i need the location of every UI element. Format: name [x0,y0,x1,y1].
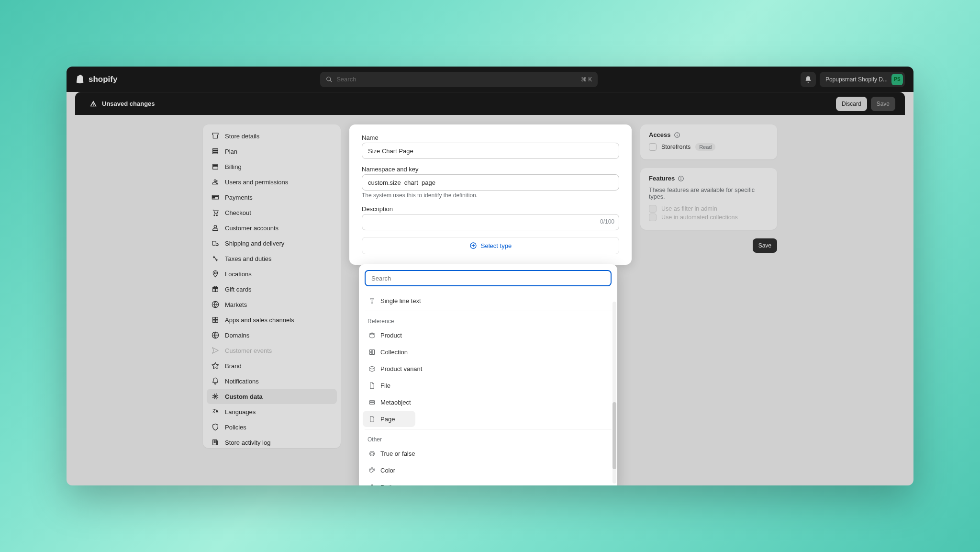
namespace-input[interactable] [362,174,619,191]
brand-icon [212,362,219,370]
type-option-product[interactable]: Product [363,327,613,343]
save-button-top[interactable]: Save [871,97,895,111]
log-icon [212,439,219,446]
access-title: Access [649,131,671,138]
ship-icon [212,239,219,247]
dropdown-scrollbar[interactable] [612,302,616,484]
bill-icon [212,163,219,170]
content-area: Store detailsPlanBillingUsers and permis… [67,115,913,485]
discard-button[interactable]: Discard [836,97,867,111]
nav-item-store-activity-log[interactable]: Store activity log [207,435,337,450]
nav-item-policies[interactable]: Policies [207,419,337,435]
select-type-button[interactable]: Select type [362,237,619,254]
nav-item-store-details[interactable]: Store details [207,128,337,144]
pay-icon [212,193,219,201]
nav-item-billing[interactable]: Billing [207,159,337,174]
nav-item-brand[interactable]: Brand [207,358,337,373]
search-input[interactable] [336,76,581,83]
storefronts-checkbox[interactable] [649,143,657,151]
apps-icon [212,316,219,324]
nav-item-shipping-and-delivery[interactable]: Shipping and delivery [207,236,337,251]
nav-item-checkout[interactable]: Checkout [207,205,337,220]
namespace-label: Namespace and key [362,166,619,173]
type-option-color[interactable]: Color [363,462,613,478]
bell-icon [804,76,812,83]
loc-icon [212,270,219,278]
type-dropdown: Single line text Reference ProductCollec… [359,264,617,485]
description-input[interactable] [362,214,619,230]
type-option-collection[interactable]: Collection [363,344,613,360]
nav-item-payments[interactable]: Payments [207,190,337,205]
namespace-help: The system uses this to identify the def… [362,192,619,199]
true-or-false-icon [368,450,376,457]
global-search[interactable]: ⌘ K [320,72,598,87]
cust-icon [212,224,219,232]
nav-item-plan[interactable]: Plan [207,144,337,159]
store-switcher[interactable]: Popupsmart Shopify D... PS [820,72,905,87]
nav-item-taxes-and-duties[interactable]: Taxes and duties [207,251,337,266]
nav-item-markets[interactable]: Markets [207,297,337,312]
shopify-logo-icon [75,74,86,85]
type-option-page[interactable]: Page [363,411,415,427]
notifications-button[interactable] [801,72,816,87]
file-icon [368,382,376,389]
gift-icon [212,285,219,293]
avatar: PS [891,74,903,85]
text-icon [368,297,376,304]
features-desc: These features are available for specifi… [649,187,768,200]
plus-circle-icon [469,242,477,249]
scrollbar-thumb[interactable] [612,402,616,469]
search-icon [326,76,333,83]
plan-icon [212,147,219,155]
save-button-bottom[interactable]: Save [753,238,777,253]
type-option-true-or-false[interactable]: True or false [363,445,613,462]
unsaved-bar: Unsaved changes Discard Save [75,92,905,115]
events-icon [212,347,219,354]
nav-item-custom-data[interactable]: Custom data [207,389,337,404]
nav-item-locations[interactable]: Locations [207,266,337,282]
unsaved-title: Unsaved changes [102,100,155,107]
nav-item-users-and-permissions[interactable]: Users and permissions [207,174,337,190]
auto-label: Use in automated collections [661,214,738,221]
nav-item-customer-accounts[interactable]: Customer accounts [207,220,337,236]
collection-icon [368,349,376,356]
type-option-rating[interactable]: Rating [363,479,613,485]
auto-checkbox [649,214,657,221]
nav-item-languages[interactable]: Languages [207,404,337,419]
rating-icon [368,484,376,486]
store-name: Popupsmart Shopify D... [825,76,888,83]
divider [365,311,612,311]
description-counter: 0/100 [600,218,614,225]
type-option-single-line-text[interactable]: Single line text [363,293,613,309]
name-label: Name [362,134,619,141]
nav-item-gift-cards[interactable]: Gift cards [207,282,337,297]
type-option-metaobject[interactable]: Metaobject [363,394,613,410]
info-icon [678,175,684,182]
select-type-label: Select type [481,242,512,249]
market-icon [212,301,219,308]
name-input[interactable] [362,143,619,159]
group-reference: Reference [361,313,615,327]
type-search-input[interactable] [365,270,612,286]
divider [365,429,612,429]
logo: shopify [75,74,117,85]
features-title: Features [649,175,675,182]
type-option-file[interactable]: File [363,377,613,394]
nav-item-notifications[interactable]: Notifications [207,373,337,389]
page-icon [368,416,376,423]
tax-icon [212,255,219,262]
info-icon [674,132,680,138]
settings-nav: Store detailsPlanBillingUsers and permis… [203,124,341,448]
nav-item-customer-events[interactable]: Customer events [207,343,337,358]
nav-item-domains[interactable]: Domains [207,327,337,343]
description-label: Description [362,205,619,213]
logo-text: shopify [89,75,117,84]
warning-icon [89,100,97,108]
product-variant-icon [368,365,376,372]
color-icon [368,467,376,474]
type-option-product-variant[interactable]: Product variant [363,360,613,377]
topbar: shopify ⌘ K Popupsmart Shopify D... PS [67,67,913,92]
metafield-form-card: Name Namespace and key The system uses t… [349,124,632,265]
lang-icon [212,408,219,416]
nav-item-apps-and-sales-channels[interactable]: Apps and sales channels [207,312,337,327]
